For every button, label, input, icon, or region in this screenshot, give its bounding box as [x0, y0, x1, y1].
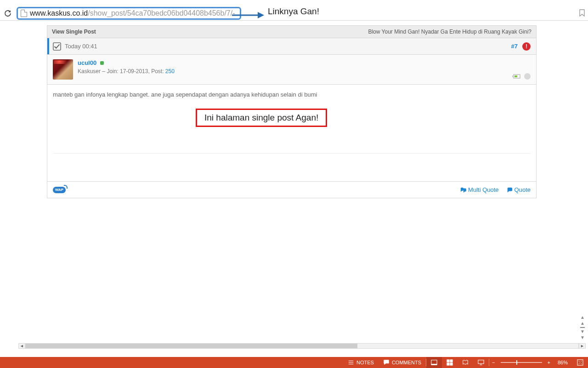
annotation-link-label: Linknya Gan!: [268, 6, 319, 17]
scroll-track[interactable]: [25, 343, 579, 349]
user-info-bar: ucul00 Kaskuser – Join: 17-09-2013, Post…: [47, 55, 537, 85]
svg-rect-10: [577, 360, 583, 365]
svg-rect-6: [450, 360, 452, 362]
page-icon: [21, 10, 27, 17]
post-body: manteb gan infonya lengkap banget. ane j…: [47, 85, 537, 182]
url-bar[interactable]: www.kaskus.co.id /show_post/54ca70bedc06…: [17, 7, 241, 20]
toolbar-divider: [0, 20, 588, 21]
reload-icon[interactable]: [4, 9, 12, 17]
post-timestamp: Today 00:41: [65, 43, 97, 50]
statusbar-gap: [0, 349, 588, 357]
multi-quote-icon: [460, 187, 466, 193]
post-footer: WAP Multi Quote Quote: [47, 182, 537, 198]
reading-view-icon: [462, 359, 469, 366]
svg-rect-5: [447, 360, 449, 362]
slideshow-button[interactable]: [473, 357, 489, 368]
zoom-thumb[interactable]: [516, 360, 517, 365]
annotation-arrow: [232, 10, 264, 20]
post-text: manteb gan infonya lengkap banget. ane j…: [53, 91, 531, 98]
vertical-scroll-buttons[interactable]: ▲ ▲ ▼ ▼: [579, 315, 586, 340]
post-number[interactable]: #7: [511, 43, 518, 50]
normal-view-button[interactable]: [426, 357, 442, 368]
url-domain: www.kaskus.co.id: [30, 9, 88, 17]
post-meta-bar: Today 00:41 #7 !: [47, 38, 537, 55]
zoom-out-button[interactable]: −: [489, 360, 498, 365]
slideshow-icon: [478, 359, 484, 366]
svg-rect-3: [431, 360, 437, 364]
svg-rect-7: [447, 363, 449, 365]
scroll-down-icon[interactable]: ▼: [580, 329, 585, 334]
svg-marker-1: [258, 12, 264, 18]
user-meta: Kaskuser – Join: 17-09-2013, Post: 250: [78, 68, 175, 75]
scroll-up-double-icon[interactable]: ▲: [580, 315, 585, 320]
scroll-right-icon[interactable]: ►: [579, 343, 586, 349]
scroll-up-icon[interactable]: ▲: [580, 321, 585, 326]
post-header: View Single Post Blow Your Mind Gan! Nya…: [47, 25, 537, 38]
wap-badge-icon: WAP: [53, 187, 66, 193]
reading-view-button[interactable]: [458, 357, 473, 368]
comments-icon: [383, 359, 390, 366]
fit-to-window-button[interactable]: [572, 357, 588, 368]
checkbox-icon[interactable]: [53, 42, 61, 51]
thread-title[interactable]: Blow Your Mind Gan! Nyadar Ga Ente Hidup…: [368, 29, 531, 35]
scroll-divider-icon: [580, 327, 585, 328]
normal-view-icon: [431, 359, 437, 366]
reputation-bar-icon: [513, 74, 520, 79]
bookmark-icon[interactable]: [579, 9, 585, 17]
signature-divider: [53, 153, 531, 154]
svg-rect-2: [53, 42, 61, 50]
notes-icon: [348, 359, 354, 366]
username-link[interactable]: ucul00: [78, 59, 96, 66]
zoom-slider[interactable]: [501, 362, 542, 363]
zoom-level[interactable]: 86%: [553, 357, 572, 368]
horizontal-scrollbar[interactable]: ◄ ►: [18, 342, 586, 349]
avatar[interactable]: [53, 59, 73, 80]
url-path: /show_post/54ca70bedc06bd04408b456b/7/-: [88, 9, 235, 17]
comments-button[interactable]: COMMENTS: [379, 357, 426, 368]
report-icon[interactable]: !: [522, 42, 531, 51]
mood-icon: [524, 73, 531, 80]
multi-quote-button[interactable]: Multi Quote: [460, 186, 498, 193]
powerpoint-status-bar: NOTES COMMENTS − + 86%: [0, 357, 588, 368]
svg-rect-8: [450, 363, 452, 365]
post-count-link[interactable]: 250: [165, 68, 175, 75]
slide-sorter-button[interactable]: [442, 357, 458, 368]
svg-rect-4: [431, 364, 437, 365]
fit-window-icon: [577, 359, 583, 366]
view-single-post-label[interactable]: View Single Post: [52, 29, 96, 35]
svg-rect-9: [478, 360, 484, 364]
online-status-icon: [100, 61, 104, 65]
slide-sorter-icon: [447, 359, 453, 366]
quote-icon: [506, 187, 513, 193]
scroll-down-double-icon[interactable]: ▼: [580, 335, 585, 340]
scroll-left-icon[interactable]: ◄: [18, 343, 25, 349]
annotation-callout: Ini halaman single post Agan!: [196, 109, 327, 127]
accent-strip: [47, 38, 49, 54]
scroll-thumb[interactable]: [26, 344, 357, 348]
zoom-in-button[interactable]: +: [545, 360, 553, 365]
notes-button[interactable]: NOTES: [343, 357, 379, 368]
quote-button[interactable]: Quote: [506, 186, 531, 193]
